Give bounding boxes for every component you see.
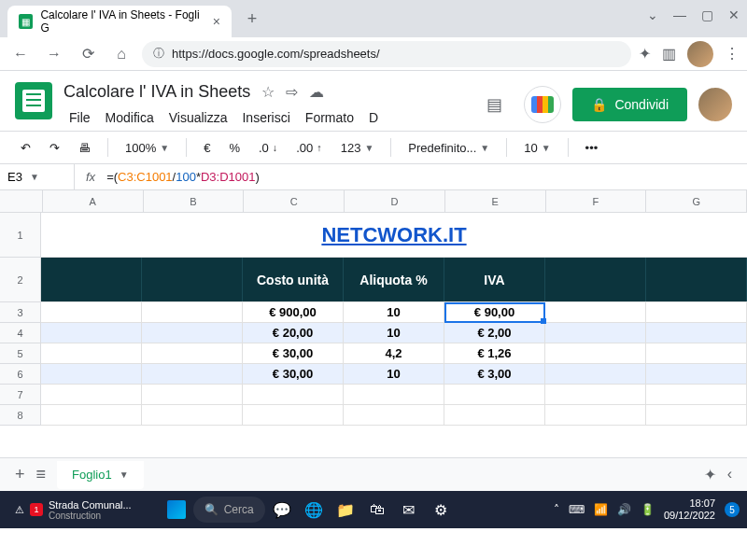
cell[interactable] (243, 405, 344, 425)
col-header-b[interactable]: B (144, 190, 245, 212)
sheet-tab[interactable]: Foglio1▼ (57, 461, 144, 489)
undo-button[interactable]: ↶ (15, 139, 36, 157)
cell[interactable]: € 3,00 (444, 364, 545, 384)
menu-format[interactable]: Formato (300, 108, 359, 127)
increase-decimal-button[interactable]: .00↑ (290, 139, 328, 157)
cell[interactable] (142, 385, 243, 404)
all-sheets-button[interactable]: ≡ (36, 465, 47, 484)
cloud-icon[interactable]: ☁ (309, 83, 324, 101)
tray-chevron-icon[interactable]: ˄ (554, 503, 559, 516)
taskbar-clock[interactable]: 18:07 09/12/2022 (664, 497, 715, 522)
new-tab-button[interactable]: + (239, 6, 265, 32)
chevron-down-icon[interactable]: ⌄ (647, 7, 658, 22)
home-button[interactable]: ⌂ (108, 41, 134, 67)
meet-button[interactable] (524, 86, 561, 123)
cell[interactable] (444, 385, 545, 404)
cell[interactable]: 10 (344, 302, 444, 322)
minimize-icon[interactable]: — (673, 7, 686, 22)
cell[interactable]: 4,2 (344, 343, 444, 363)
cell[interactable] (41, 385, 142, 404)
cell[interactable] (41, 364, 142, 384)
browser-tab[interactable]: ▦ Calcolare l' IVA in Sheets - Fogli G × (7, 6, 232, 37)
star-icon[interactable]: ☆ (261, 83, 275, 101)
cell[interactable] (142, 364, 243, 384)
move-icon[interactable]: ⇨ (286, 83, 298, 101)
start-button[interactable] (162, 495, 191, 525)
site-info-icon[interactable]: ⓘ (153, 46, 164, 62)
percent-button[interactable]: % (223, 139, 246, 157)
comments-button[interactable]: ▤ (475, 86, 513, 123)
formula-input[interactable]: =(C3:C1001/100*D3:D1001) (106, 170, 260, 184)
account-avatar[interactable] (698, 88, 732, 121)
extensions-icon[interactable]: ✦ (639, 45, 651, 63)
share-button[interactable]: 🔒 Condividi (572, 88, 687, 121)
cell[interactable] (142, 343, 243, 363)
cell[interactable] (545, 302, 646, 322)
row-header-5[interactable]: 5 (0, 343, 41, 364)
col-header-d[interactable]: D (345, 190, 445, 212)
cell[interactable] (545, 343, 646, 363)
cell[interactable] (142, 302, 243, 322)
cell[interactable]: € 30,00 (243, 343, 344, 363)
taskbar-explorer-icon[interactable]: 📁 (331, 495, 360, 525)
menu-edit[interactable]: Modifica (100, 108, 160, 127)
cell[interactable] (646, 343, 747, 363)
currency-button[interactable]: € (198, 139, 216, 157)
row-header-8[interactable]: 8 (0, 405, 41, 426)
cell[interactable] (142, 405, 243, 425)
select-all-corner[interactable] (0, 190, 43, 212)
tray-wifi-icon[interactable]: 📶 (594, 503, 608, 516)
cell[interactable] (142, 258, 243, 301)
address-bar[interactable]: ⓘ https://docs.google.com/spreadsheets/ (142, 41, 631, 67)
cell[interactable] (545, 323, 646, 343)
chrome-menu-icon[interactable]: ⋮ (725, 45, 740, 63)
cell[interactable] (41, 323, 142, 343)
cell[interactable] (142, 323, 243, 343)
cell[interactable] (646, 258, 747, 301)
cell[interactable] (41, 405, 142, 425)
col-header-a[interactable]: A (43, 190, 144, 212)
col-header-e[interactable]: E (445, 190, 546, 212)
cell[interactable] (545, 385, 646, 404)
sheets-logo[interactable] (15, 82, 52, 119)
zoom-select[interactable]: 100%▼ (120, 139, 175, 157)
col-header-c[interactable]: C (244, 190, 345, 212)
row-header-6[interactable]: 6 (0, 364, 41, 385)
taskbar-store-icon[interactable]: 🛍 (362, 495, 392, 525)
cell[interactable] (545, 258, 646, 301)
taskbar-chat-icon[interactable]: 💬 (267, 495, 297, 525)
cell[interactable] (646, 302, 747, 322)
cell[interactable] (646, 405, 747, 425)
col-header-f[interactable]: F (546, 190, 647, 212)
profile-avatar[interactable] (687, 41, 713, 67)
spreadsheet-grid[interactable]: A B C D E F G 1 2 3 4 5 6 7 8 NETCWORK.I… (0, 190, 747, 457)
col-header-g[interactable]: G (646, 190, 747, 212)
tray-language-icon[interactable]: ⌨ (569, 503, 585, 516)
menu-more[interactable]: D (363, 108, 384, 127)
cell[interactable]: € 900,00 (243, 302, 344, 322)
cell[interactable]: € 20,00 (243, 323, 344, 343)
taskbar-settings-icon[interactable]: ⚙ (426, 495, 456, 525)
cell[interactable] (41, 302, 142, 322)
title-cell[interactable]: NETCWORK.IT (41, 213, 747, 258)
header-costo[interactable]: Costo unità (243, 258, 344, 301)
cell[interactable] (344, 385, 444, 404)
menu-view[interactable]: Visualizza (163, 108, 233, 127)
close-window-icon[interactable]: ✕ (728, 7, 740, 22)
notification-badge[interactable]: 5 (725, 502, 740, 517)
format-select[interactable]: 123▼ (335, 139, 380, 157)
sidebar-toggle[interactable]: ‹ (727, 466, 732, 483)
cell[interactable] (646, 364, 747, 384)
document-title[interactable]: Calcolare l' IVA in Sheets (63, 82, 250, 102)
name-box[interactable]: E3▼ (0, 164, 75, 189)
tray-volume-icon[interactable]: 🔊 (617, 503, 631, 516)
cell[interactable] (243, 385, 344, 404)
cell[interactable] (41, 258, 142, 301)
cell[interactable]: € 90,00 (444, 302, 545, 322)
menu-file[interactable]: File (63, 108, 96, 127)
row-header-7[interactable]: 7 (0, 385, 41, 405)
cell[interactable] (344, 405, 444, 425)
font-select[interactable]: Predefinito...▼ (402, 139, 495, 157)
back-button[interactable]: ← (7, 41, 34, 67)
row-header-3[interactable]: 3 (0, 302, 41, 323)
